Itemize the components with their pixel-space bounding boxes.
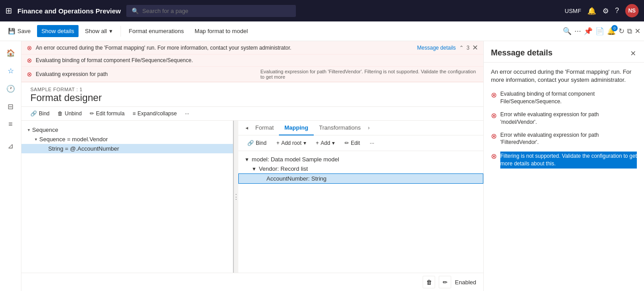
save-button[interactable]: 💾 Save [4,25,35,37]
model-more-button[interactable]: ··· [366,138,378,148]
open-icon[interactable]: ⧉ [627,27,632,35]
designer-toolbar: 🔗 Bind 🗑 Unbind ✏ Edit formula ≡ Expand/… [21,107,483,121]
message-details-panel: Message details ✕ An error occurred duri… [483,41,644,291]
link-icon: 🔗 [30,110,37,117]
settings-icon[interactable]: ⚙ [602,7,609,15]
refresh-icon[interactable]: ↻ [619,27,624,35]
expand-icon: ≡ [133,110,136,117]
pin-icon[interactable]: 📌 [584,27,593,35]
tree-item-string-account[interactable]: String = @.AccountNumber [21,144,233,153]
model-item-account[interactable]: AccountNumber: String [238,173,483,184]
error-close-icon[interactable]: ✕ [472,43,478,52]
model-bind-button[interactable]: 🔗 Bind [244,138,270,148]
message-details-title: Message details [491,48,553,58]
edit-button[interactable]: ✏ Edit [341,138,364,148]
unbind-button[interactable]: 🗑 Unbind [54,109,85,118]
tab-right-arrow[interactable]: › [368,125,370,131]
model-link-icon: 🔗 [247,140,254,146]
designer-subtitle: SAMPLE FORMAT : 1 [30,87,474,92]
msg-error-icon-4: ⊗ [491,152,497,160]
more-designer-button[interactable]: ··· [181,109,193,118]
sidebar-item-clock[interactable]: 🕐 [3,80,19,97]
format-enumerations-button[interactable]: Format enumerations [125,25,189,37]
tree-arrow-sequence: ▾ [25,127,32,132]
error-text-1: An error occurred during the 'Format map… [36,45,414,51]
msg-error-text-1: Evaluating binding of format component F… [500,90,637,105]
sidebar-item-list[interactable]: ≡ [3,116,19,132]
error-icon-3: ⊗ [27,71,32,78]
error-icon-1: ⊗ [27,44,32,51]
sidebar-item-filter[interactable]: ⊿ [3,138,19,154]
msg-error-3: ⊗ Error while evaluating expression for … [491,131,637,147]
message-details-link[interactable]: Message details [417,45,456,51]
bell-icon[interactable]: 🔔 [587,7,596,15]
edit-icon: ✏ [345,140,349,146]
error-row-2: ⊗ Evaluating binding of format component… [21,55,483,67]
tree-arrow-vendor: ▾ [32,137,39,142]
app-title: Finance and Operations Preview [17,7,121,15]
more-cmd-icon[interactable]: ··· [574,26,581,36]
right-pane-tabs: ◂ Format Mapping Transformations › [238,121,483,135]
error-row-1: ⊗ An error occurred during the 'Format m… [21,41,483,55]
status-label: Enabled [455,279,476,286]
tab-mapping[interactable]: Mapping [279,121,313,135]
format-tree-pane: ▾ Sequence ▾ Sequence = model.Vendor Str… [21,121,234,273]
map-format-button[interactable]: Map format to model [190,25,252,37]
msg-error-icon-1: ⊗ [491,91,497,99]
add-chevron: ▾ [332,140,335,146]
doc-icon[interactable]: 📄 [595,27,604,35]
save-icon: 💾 [8,28,15,34]
msg-error-icon-2: ⊗ [491,111,497,120]
tab-format[interactable]: Format [250,121,279,135]
bind-button[interactable]: 🔗 Bind [27,109,53,118]
model-toolbar: 🔗 Bind + Add root ▾ + Add ▾ [238,135,483,151]
msg-error-4: ⊗ Filtering is not supported. Validate t… [491,152,637,169]
tree-item-sequence-vendor[interactable]: ▾ Sequence = model.Vendor [21,135,233,144]
sidebar-item-table[interactable]: ⊟ [3,98,19,114]
errors-bar: ⊗ An error occurred during the 'Format m… [21,41,483,82]
message-details-close[interactable]: ✕ [629,48,637,59]
add-root-chevron: ▾ [303,140,306,146]
model-vendor-arrow: ▾ [253,165,259,172]
expand-collapse-button[interactable]: ≡ Expand/collapse [129,109,180,118]
search-icon: 🔍 [132,8,139,14]
sidebar-item-star[interactable]: ☆ [3,63,19,79]
error-nav-icons: ⌃ 3 ✕ [459,43,478,52]
error-text-3: Evaluating expression for path [36,71,253,77]
show-details-button[interactable]: Show details [37,25,79,37]
grid-menu-icon[interactable]: ⊞ [5,6,12,16]
model-item-root[interactable]: ▾ model: Data model Sample model [238,155,483,164]
org-label: USMF [565,8,581,14]
search-input[interactable] [142,8,291,14]
add-root-button[interactable]: + Add root ▾ [273,138,309,148]
tab-left-arrow[interactable]: ◂ [245,125,248,131]
avatar[interactable]: NS [625,4,639,17]
badge-icon: 🔔 0 [607,27,616,35]
close-cmd-icon[interactable]: ✕ [635,27,640,35]
help-icon[interactable]: ? [615,7,619,15]
message-details-header: Message details ✕ [484,41,644,63]
sidebar-item-home[interactable]: 🏠 [3,45,19,61]
tree-item-sequence[interactable]: ▾ Sequence [21,125,233,135]
delete-status-button[interactable]: 🗑 [423,276,435,288]
right-pane: ◂ Format Mapping Transformations › 🔗 Bin… [238,121,483,273]
show-all-button[interactable]: Show all ▾ [80,25,116,37]
tab-transformations[interactable]: Transformations [314,121,366,135]
msg-error-2: ⊗ Error while evaluating expression for … [491,111,637,126]
designer-title: Format designer [30,92,474,104]
unlink-icon: 🗑 [58,110,63,117]
designer-header: SAMPLE FORMAT : 1 Format designer [21,82,483,107]
edit-formula-button[interactable]: ✏ Edit formula [86,109,128,118]
edit-status-button[interactable]: ✏ [439,276,451,288]
model-item-vendor[interactable]: ▾ Vendor: Record list [238,164,483,173]
model-tree: ▾ model: Data model Sample model ▾ Vendo… [238,151,483,273]
bottom-bar: 🗑 ✏ Enabled [21,273,483,291]
pane-divider[interactable]: ⋮ [234,121,238,273]
msg-error-text-2: Error while evaluating expression for pa… [500,111,637,126]
msg-error-text-3: Error while evaluating expression for pa… [500,131,637,147]
error-row-3: ⊗ Evaluating expression for path Evaluat… [21,67,483,82]
search-bar[interactable]: 🔍 [126,5,296,17]
search-cmd-icon[interactable]: 🔍 [563,27,572,35]
show-all-chevron-icon: ▾ [109,28,112,34]
add-button[interactable]: + Add ▾ [312,138,338,148]
